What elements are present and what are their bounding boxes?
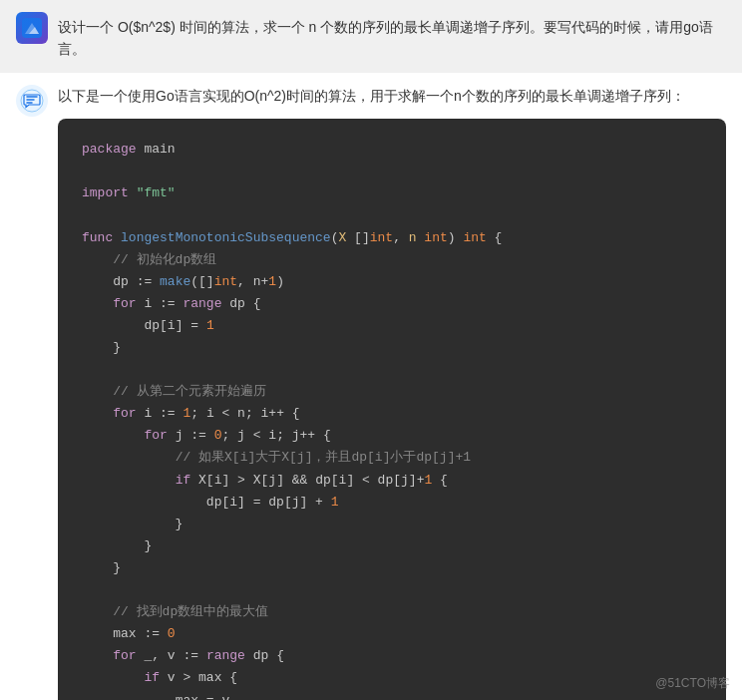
- code-line-blank2: [82, 204, 702, 226]
- code-line-blank1: [82, 161, 702, 182]
- code-line-comment2: // 从第二个元素开始遍历: [82, 381, 702, 403]
- user-text: 设计一个 O($n^2$) 时间的算法，求一个 n 个数的序列的最长单调递增子序…: [58, 12, 726, 61]
- code-line-max-update: max = v: [82, 690, 702, 700]
- code-line-package: package main: [82, 139, 702, 161]
- assistant-intro: 以下是一个使用Go语言实现的O(n^2)时间的算法，用于求解一个n个数的序列的最…: [58, 85, 726, 107]
- code-line-for-range: for i := range dp {: [82, 293, 702, 315]
- code-line-blank3: [82, 359, 702, 381]
- assistant-icon: [20, 89, 44, 113]
- code-line-dp-one: dp[i] = 1: [82, 315, 702, 337]
- code-line-func: func longestMonotonicSubsequence(X []int…: [82, 227, 702, 249]
- user-avatar-icon: [22, 18, 42, 38]
- assistant-avatar: [16, 85, 48, 117]
- assistant-message: 以下是一个使用Go语言实现的O(n^2)时间的算法，用于求解一个n个数的序列的最…: [0, 73, 742, 700]
- code-line-for-i: for i := 1; i < n; i++ {: [82, 403, 702, 425]
- code-line-close-j: }: [82, 535, 702, 557]
- page-container: 设计一个 O($n^2$) 时间的算法，求一个 n 个数的序列的最长单调递增子序…: [0, 0, 742, 700]
- code-line-if-v: if v > max {: [82, 667, 702, 689]
- code-block: package main import "fmt" func longestMo…: [58, 119, 726, 700]
- code-line-close-i: }: [82, 557, 702, 579]
- code-line-if-cond: if X[i] > X[j] && dp[i] < dp[j]+1 {: [82, 470, 702, 492]
- code-line-blank4: [82, 579, 702, 601]
- assistant-content: 以下是一个使用Go语言实现的O(n^2)时间的算法，用于求解一个n个数的序列的最…: [58, 85, 726, 700]
- code-line-dp-update: dp[i] = dp[j] + 1: [82, 492, 702, 514]
- code-line-close1: }: [82, 337, 702, 359]
- watermark: @51CTO博客: [655, 675, 730, 692]
- code-line-dp-init: dp := make([]int, n+1): [82, 271, 702, 293]
- code-line-for-j: for j := 0; j < i; j++ {: [82, 425, 702, 447]
- code-line-comment3: // 如果X[i]大于X[j]，并且dp[i]小于dp[j]+1: [82, 447, 702, 469]
- code-line-close-if: }: [82, 514, 702, 535]
- user-message: 设计一个 O($n^2$) 时间的算法，求一个 n 个数的序列的最长单调递增子序…: [0, 0, 742, 73]
- code-line-max-init: max := 0: [82, 623, 702, 645]
- code-line-comment4: // 找到dp数组中的最大值: [82, 601, 702, 623]
- code-line-comment1: // 初始化dp数组: [82, 249, 702, 271]
- user-avatar: [16, 12, 48, 44]
- code-line-import: import "fmt": [82, 182, 702, 204]
- code-line-for-range2: for _, v := range dp {: [82, 645, 702, 667]
